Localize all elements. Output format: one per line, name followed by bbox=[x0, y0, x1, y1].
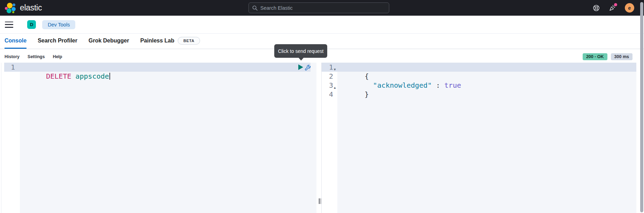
response-time-badge: 300 ms bbox=[611, 53, 632, 60]
request-line[interactable]: DELETEappscode bbox=[21, 63, 110, 90]
tab-painless-lab[interactable]: Painless Lab BETA bbox=[140, 34, 200, 49]
response-line: } bbox=[339, 81, 369, 108]
request-line-number: 1 bbox=[1, 63, 15, 72]
help-icon[interactable] bbox=[593, 5, 600, 11]
elastic-wordmark: elastic bbox=[20, 3, 42, 13]
space-avatar[interactable]: D bbox=[27, 20, 36, 29]
header-actions: e bbox=[593, 0, 634, 16]
response-line-number: 4 bbox=[322, 90, 333, 99]
console-editors: 1 DELETEappscode 1 2 3 4 ▾ ▴ { "ackn bbox=[0, 63, 644, 213]
search-icon bbox=[252, 5, 258, 11]
tab-console[interactable]: Console bbox=[5, 34, 26, 49]
menu-icon[interactable] bbox=[5, 22, 13, 28]
breadcrumb-bar: D Dev Tools bbox=[0, 16, 644, 34]
help-menu[interactable]: Help bbox=[53, 54, 62, 59]
splitter-handle[interactable] bbox=[318, 198, 322, 204]
text-cursor bbox=[109, 73, 110, 80]
json-separator: : bbox=[432, 81, 444, 89]
page-scrollbar[interactable] bbox=[640, 2, 643, 212]
response-line-number: 3 bbox=[322, 81, 333, 90]
devtools-console-page: elastic bbox=[0, 0, 644, 213]
history-menu[interactable]: History bbox=[5, 54, 20, 59]
response-line-number: 2 bbox=[322, 72, 333, 81]
request-options-wrench-icon[interactable] bbox=[305, 64, 311, 70]
global-search[interactable] bbox=[248, 2, 389, 13]
tab-grok-debugger[interactable]: Grok Debugger bbox=[89, 34, 129, 49]
newsfeed-icon[interactable] bbox=[609, 5, 616, 11]
response-scroll-track bbox=[636, 63, 640, 213]
status-badge: 200 - OK bbox=[583, 53, 607, 60]
kibana-header: elastic bbox=[0, 0, 644, 16]
fold-caret-down-icon[interactable]: ▾ bbox=[334, 65, 336, 74]
search-input[interactable] bbox=[260, 5, 385, 11]
notification-dot bbox=[614, 3, 617, 6]
fold-caret-up-icon[interactable]: ▴ bbox=[334, 83, 336, 92]
beta-badge: BETA bbox=[178, 37, 200, 45]
request-path: appscode bbox=[76, 72, 109, 80]
tab-search-profiler[interactable]: Search Profiler bbox=[38, 34, 77, 49]
json-boolean-value: true bbox=[444, 81, 461, 89]
request-method: DELETE bbox=[46, 72, 71, 80]
tooltip-arrow bbox=[298, 57, 304, 61]
elastic-logo-icon bbox=[5, 2, 16, 14]
elastic-logo[interactable]: elastic bbox=[0, 2, 42, 14]
send-request-tooltip: Click to send request bbox=[274, 44, 327, 58]
breadcrumb-dev-tools[interactable]: Dev Tools bbox=[42, 20, 75, 29]
send-request-button[interactable] bbox=[298, 64, 303, 70]
settings-menu[interactable]: Settings bbox=[28, 54, 45, 59]
json-key: "acknowledged" bbox=[373, 81, 432, 89]
user-avatar[interactable]: e bbox=[625, 3, 634, 13]
response-line-number: 1 bbox=[322, 63, 333, 72]
response-active-line bbox=[322, 63, 636, 72]
request-gutter bbox=[1, 63, 20, 213]
